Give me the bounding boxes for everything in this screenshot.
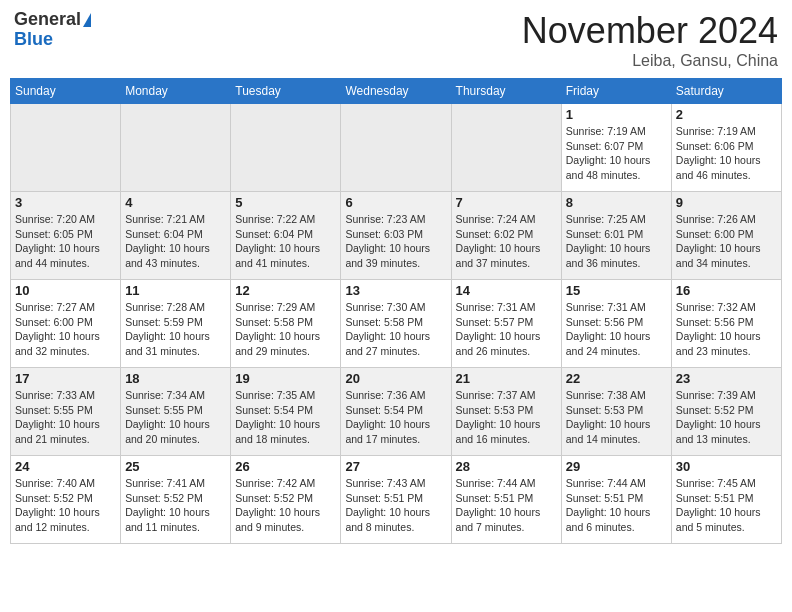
calendar-day-empty (121, 104, 231, 192)
weekday-header-monday: Monday (121, 79, 231, 104)
day-number: 8 (566, 195, 667, 210)
day-number: 30 (676, 459, 777, 474)
day-info: Sunrise: 7:37 AMSunset: 5:53 PMDaylight:… (456, 388, 557, 447)
calendar-day: 21Sunrise: 7:37 AMSunset: 5:53 PMDayligh… (451, 368, 561, 456)
location: Leiba, Gansu, China (522, 52, 778, 70)
month-title: November 2024 (522, 10, 778, 52)
day-info: Sunrise: 7:31 AMSunset: 5:57 PMDaylight:… (456, 300, 557, 359)
day-info: Sunrise: 7:22 AMSunset: 6:04 PMDaylight:… (235, 212, 336, 271)
day-info: Sunrise: 7:28 AMSunset: 5:59 PMDaylight:… (125, 300, 226, 359)
day-number: 1 (566, 107, 667, 122)
day-info: Sunrise: 7:19 AMSunset: 6:07 PMDaylight:… (566, 124, 667, 183)
weekday-header-tuesday: Tuesday (231, 79, 341, 104)
calendar-week-row: 17Sunrise: 7:33 AMSunset: 5:55 PMDayligh… (11, 368, 782, 456)
calendar-week-row: 10Sunrise: 7:27 AMSunset: 6:00 PMDayligh… (11, 280, 782, 368)
calendar-week-row: 1Sunrise: 7:19 AMSunset: 6:07 PMDaylight… (11, 104, 782, 192)
day-info: Sunrise: 7:43 AMSunset: 5:51 PMDaylight:… (345, 476, 446, 535)
day-info: Sunrise: 7:39 AMSunset: 5:52 PMDaylight:… (676, 388, 777, 447)
day-number: 12 (235, 283, 336, 298)
day-number: 23 (676, 371, 777, 386)
calendar-table: SundayMondayTuesdayWednesdayThursdayFrid… (10, 78, 782, 544)
day-number: 21 (456, 371, 557, 386)
calendar-day: 24Sunrise: 7:40 AMSunset: 5:52 PMDayligh… (11, 456, 121, 544)
day-number: 5 (235, 195, 336, 210)
calendar-day: 10Sunrise: 7:27 AMSunset: 6:00 PMDayligh… (11, 280, 121, 368)
day-number: 2 (676, 107, 777, 122)
day-number: 22 (566, 371, 667, 386)
calendar-day: 5Sunrise: 7:22 AMSunset: 6:04 PMDaylight… (231, 192, 341, 280)
title-block: November 2024 Leiba, Gansu, China (522, 10, 778, 70)
day-info: Sunrise: 7:31 AMSunset: 5:56 PMDaylight:… (566, 300, 667, 359)
calendar-week-row: 3Sunrise: 7:20 AMSunset: 6:05 PMDaylight… (11, 192, 782, 280)
day-info: Sunrise: 7:44 AMSunset: 5:51 PMDaylight:… (566, 476, 667, 535)
calendar-day: 26Sunrise: 7:42 AMSunset: 5:52 PMDayligh… (231, 456, 341, 544)
day-number: 4 (125, 195, 226, 210)
day-info: Sunrise: 7:36 AMSunset: 5:54 PMDaylight:… (345, 388, 446, 447)
calendar-day: 15Sunrise: 7:31 AMSunset: 5:56 PMDayligh… (561, 280, 671, 368)
weekday-header-sunday: Sunday (11, 79, 121, 104)
calendar-day: 23Sunrise: 7:39 AMSunset: 5:52 PMDayligh… (671, 368, 781, 456)
calendar-day: 4Sunrise: 7:21 AMSunset: 6:04 PMDaylight… (121, 192, 231, 280)
day-info: Sunrise: 7:41 AMSunset: 5:52 PMDaylight:… (125, 476, 226, 535)
calendar-day-empty (451, 104, 561, 192)
day-info: Sunrise: 7:38 AMSunset: 5:53 PMDaylight:… (566, 388, 667, 447)
weekday-header-saturday: Saturday (671, 79, 781, 104)
calendar-day: 2Sunrise: 7:19 AMSunset: 6:06 PMDaylight… (671, 104, 781, 192)
calendar-day: 14Sunrise: 7:31 AMSunset: 5:57 PMDayligh… (451, 280, 561, 368)
calendar-day: 6Sunrise: 7:23 AMSunset: 6:03 PMDaylight… (341, 192, 451, 280)
calendar-day: 11Sunrise: 7:28 AMSunset: 5:59 PMDayligh… (121, 280, 231, 368)
weekday-header-row: SundayMondayTuesdayWednesdayThursdayFrid… (11, 79, 782, 104)
day-number: 19 (235, 371, 336, 386)
calendar-day: 1Sunrise: 7:19 AMSunset: 6:07 PMDaylight… (561, 104, 671, 192)
calendar-day: 25Sunrise: 7:41 AMSunset: 5:52 PMDayligh… (121, 456, 231, 544)
calendar-day: 9Sunrise: 7:26 AMSunset: 6:00 PMDaylight… (671, 192, 781, 280)
day-number: 16 (676, 283, 777, 298)
day-info: Sunrise: 7:45 AMSunset: 5:51 PMDaylight:… (676, 476, 777, 535)
logo-general-text: General (14, 10, 81, 30)
day-number: 11 (125, 283, 226, 298)
day-info: Sunrise: 7:27 AMSunset: 6:00 PMDaylight:… (15, 300, 116, 359)
day-info: Sunrise: 7:40 AMSunset: 5:52 PMDaylight:… (15, 476, 116, 535)
day-info: Sunrise: 7:25 AMSunset: 6:01 PMDaylight:… (566, 212, 667, 271)
day-info: Sunrise: 7:30 AMSunset: 5:58 PMDaylight:… (345, 300, 446, 359)
calendar-day: 28Sunrise: 7:44 AMSunset: 5:51 PMDayligh… (451, 456, 561, 544)
day-number: 6 (345, 195, 446, 210)
day-info: Sunrise: 7:21 AMSunset: 6:04 PMDaylight:… (125, 212, 226, 271)
day-info: Sunrise: 7:32 AMSunset: 5:56 PMDaylight:… (676, 300, 777, 359)
calendar-day: 20Sunrise: 7:36 AMSunset: 5:54 PMDayligh… (341, 368, 451, 456)
calendar-day: 12Sunrise: 7:29 AMSunset: 5:58 PMDayligh… (231, 280, 341, 368)
day-number: 7 (456, 195, 557, 210)
calendar-week-row: 24Sunrise: 7:40 AMSunset: 5:52 PMDayligh… (11, 456, 782, 544)
day-info: Sunrise: 7:26 AMSunset: 6:00 PMDaylight:… (676, 212, 777, 271)
day-info: Sunrise: 7:42 AMSunset: 5:52 PMDaylight:… (235, 476, 336, 535)
day-info: Sunrise: 7:35 AMSunset: 5:54 PMDaylight:… (235, 388, 336, 447)
day-number: 24 (15, 459, 116, 474)
calendar-day: 17Sunrise: 7:33 AMSunset: 5:55 PMDayligh… (11, 368, 121, 456)
day-info: Sunrise: 7:19 AMSunset: 6:06 PMDaylight:… (676, 124, 777, 183)
day-number: 26 (235, 459, 336, 474)
calendar-day: 29Sunrise: 7:44 AMSunset: 5:51 PMDayligh… (561, 456, 671, 544)
weekday-header-thursday: Thursday (451, 79, 561, 104)
day-number: 14 (456, 283, 557, 298)
calendar-day-empty (341, 104, 451, 192)
day-number: 10 (15, 283, 116, 298)
calendar-day: 3Sunrise: 7:20 AMSunset: 6:05 PMDaylight… (11, 192, 121, 280)
calendar-day: 8Sunrise: 7:25 AMSunset: 6:01 PMDaylight… (561, 192, 671, 280)
day-number: 28 (456, 459, 557, 474)
calendar-day: 27Sunrise: 7:43 AMSunset: 5:51 PMDayligh… (341, 456, 451, 544)
calendar-day: 19Sunrise: 7:35 AMSunset: 5:54 PMDayligh… (231, 368, 341, 456)
day-info: Sunrise: 7:34 AMSunset: 5:55 PMDaylight:… (125, 388, 226, 447)
logo-icon (83, 13, 91, 27)
day-info: Sunrise: 7:23 AMSunset: 6:03 PMDaylight:… (345, 212, 446, 271)
day-number: 20 (345, 371, 446, 386)
day-info: Sunrise: 7:44 AMSunset: 5:51 PMDaylight:… (456, 476, 557, 535)
calendar-day-empty (11, 104, 121, 192)
calendar-day: 7Sunrise: 7:24 AMSunset: 6:02 PMDaylight… (451, 192, 561, 280)
day-number: 9 (676, 195, 777, 210)
day-info: Sunrise: 7:33 AMSunset: 5:55 PMDaylight:… (15, 388, 116, 447)
day-number: 29 (566, 459, 667, 474)
calendar-day: 30Sunrise: 7:45 AMSunset: 5:51 PMDayligh… (671, 456, 781, 544)
day-number: 3 (15, 195, 116, 210)
page-header: General Blue November 2024 Leiba, Gansu,… (10, 10, 782, 70)
calendar-day-empty (231, 104, 341, 192)
